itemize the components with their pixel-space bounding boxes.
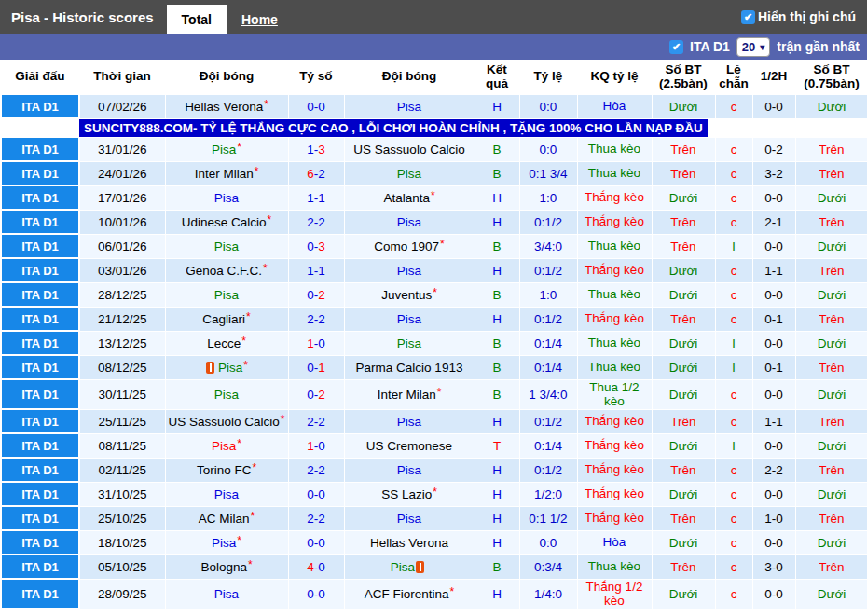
- home-team-name[interactable]: Lecce: [207, 336, 241, 350]
- score-cell: 1-1: [288, 258, 344, 282]
- show-notes-checkbox[interactable]: ✔: [741, 10, 755, 24]
- away-team-name[interactable]: Como 1907: [374, 240, 439, 253]
- odds-result-cell: Thắng kèo: [577, 433, 652, 458]
- score-cell: 0-0: [288, 530, 344, 554]
- away-team-name[interactable]: Inter Milan: [378, 388, 436, 402]
- home-team-name[interactable]: Pisa: [212, 439, 236, 453]
- home-team-name[interactable]: Pisa: [218, 361, 242, 375]
- away-score: 2: [318, 215, 325, 229]
- away-team-name[interactable]: Pisa: [397, 463, 421, 477]
- home-team-name[interactable]: Pisa: [214, 388, 239, 402]
- result-cell: H: [475, 185, 519, 210]
- home-team-name[interactable]: Hellas Verona: [185, 100, 263, 114]
- away-team-name[interactable]: Pisa: [397, 215, 421, 229]
- home-team-name[interactable]: AC Milan: [199, 512, 250, 526]
- score-cell: 0-0: [288, 482, 344, 506]
- odds-cell: 0:1/4: [519, 355, 577, 379]
- away-team-name[interactable]: US Sassuolo Calcio: [353, 143, 464, 157]
- tab-home[interactable]: Home: [227, 5, 293, 34]
- show-notes-toggle: ✔ Hiển thị ghi chú: [741, 0, 867, 34]
- home-indicator-star: *: [248, 558, 253, 571]
- home-score: 0: [307, 240, 314, 253]
- away-team-name[interactable]: Pisa: [397, 336, 421, 350]
- home-team-name[interactable]: Pisa: [214, 288, 239, 302]
- home-team-cell: Pisa: [165, 234, 288, 258]
- home-score: 2: [307, 463, 314, 477]
- ou25-cell: Dưới: [652, 482, 715, 506]
- away-team-cell: Pisa: [344, 458, 475, 482]
- score-cell: 0-1: [288, 355, 344, 379]
- table-header-row: Giải đấu Thời gian Đội bóng Tỷ số Đội bó…: [1, 60, 867, 94]
- league-cell: ITA D1: [1, 554, 79, 579]
- away-team-name[interactable]: Hellas Verona: [370, 536, 448, 550]
- away-score: 2: [318, 167, 325, 181]
- result-cell: B: [475, 554, 519, 579]
- away-team-name[interactable]: Pisa: [391, 560, 415, 574]
- ou075-cell: Dưới: [795, 94, 867, 118]
- result-cell: H: [475, 210, 519, 234]
- away-team-cell: Pisa: [344, 331, 475, 355]
- away-team-name[interactable]: Juventus: [381, 288, 432, 302]
- odds-cell: 0:1/2: [519, 409, 577, 433]
- col-header-league: Giải đấu: [1, 60, 79, 94]
- half-score-cell: 0-0: [752, 482, 795, 506]
- odd-even-cell: c: [715, 94, 752, 118]
- home-team-name[interactable]: US Sassuolo Calcio: [169, 415, 280, 429]
- result-cell: B: [475, 234, 519, 258]
- away-team-name[interactable]: Pisa: [397, 512, 421, 526]
- away-team-cell: Inter Milan*: [344, 379, 475, 409]
- odds-result-cell: Thua kèo: [577, 161, 652, 185]
- ou25-cell: Trên: [652, 409, 715, 433]
- home-team-name[interactable]: Pisa: [214, 487, 239, 501]
- ou25-cell: Trên: [652, 458, 715, 482]
- home-team-cell: Pisa*: [165, 433, 288, 458]
- league-filter-checkbox[interactable]: ✔: [669, 40, 683, 54]
- odds-result-cell: Thua kèo: [577, 137, 652, 161]
- home-team-name[interactable]: Pisa: [212, 143, 236, 157]
- home-indicator-star: *: [440, 238, 445, 251]
- odds-cell: 0:1/4: [519, 331, 577, 355]
- home-team-name[interactable]: Inter Milan: [195, 167, 254, 181]
- half-score-cell: 0-0: [752, 282, 795, 307]
- home-team-name[interactable]: Bologna: [200, 560, 247, 574]
- home-team-name[interactable]: Pisa: [214, 240, 239, 253]
- away-team-name[interactable]: Pisa: [397, 167, 421, 181]
- odds-result-cell: Thắng kèo: [577, 409, 652, 433]
- away-team-name[interactable]: Pisa: [397, 264, 421, 278]
- home-score: 2: [307, 312, 314, 326]
- odds-cell: 0:1/4: [519, 433, 577, 458]
- league-cell: ITA D1: [1, 307, 79, 331]
- away-team-cell: ACF Fiorentina*: [344, 579, 475, 609]
- home-team-name[interactable]: Pisa: [214, 587, 239, 601]
- recent-matches-select-value: 20: [742, 40, 755, 54]
- date-cell: 28/12/25: [79, 282, 165, 307]
- away-team-name[interactable]: ACF Fiorentina: [365, 587, 449, 601]
- odds-cell: 0:0: [519, 137, 577, 161]
- ou075-cell: Trên: [795, 210, 867, 234]
- score-cell: 1-0: [288, 331, 344, 355]
- away-team-name[interactable]: Atalanta: [383, 191, 430, 205]
- away-team-cell: Juventus*: [344, 282, 475, 307]
- away-team-name[interactable]: Pisa: [397, 312, 421, 326]
- home-team-name[interactable]: Torino FC: [197, 463, 252, 477]
- home-score: 0: [307, 361, 314, 375]
- home-team-name[interactable]: Genoa C.F.C.: [186, 264, 262, 278]
- ou075-cell: Dưới: [795, 331, 867, 355]
- odd-even-cell: c: [715, 161, 752, 185]
- home-team-name[interactable]: Udinese Calcio: [182, 215, 267, 229]
- away-team-cell: Pisa: [344, 506, 475, 530]
- home-team-name[interactable]: Pisa: [214, 191, 239, 205]
- home-team-cell: Cagliari*: [165, 307, 288, 331]
- away-team-name[interactable]: Pisa: [397, 415, 421, 429]
- away-team-name[interactable]: Pisa: [397, 100, 421, 114]
- recent-matches-select[interactable]: 20 ▾: [736, 37, 771, 57]
- away-team-name[interactable]: US Cremonese: [366, 439, 452, 453]
- away-team-cell: Pisa: [344, 94, 475, 118]
- away-team-name[interactable]: SS Lazio: [381, 487, 432, 501]
- ad-banner-text[interactable]: SUNCITY888.COM- TỶ LỆ THẮNG CỰC CAO , LỖ…: [79, 119, 708, 137]
- date-cell: 25/10/25: [79, 506, 165, 530]
- home-team-name[interactable]: Pisa: [212, 536, 236, 550]
- home-team-name[interactable]: Cagliari: [202, 312, 245, 326]
- tab-total[interactable]: Total: [167, 5, 227, 34]
- away-team-name[interactable]: Parma Calcio 1913: [356, 361, 463, 375]
